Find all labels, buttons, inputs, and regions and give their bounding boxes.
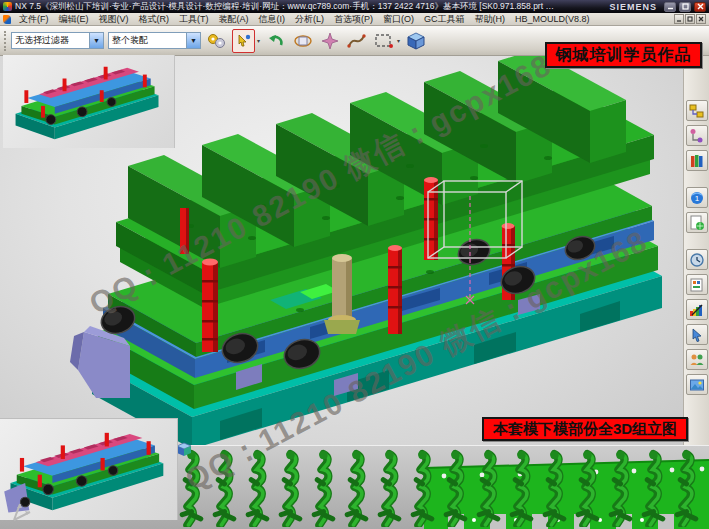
caption-banner: 本套模下模部份全3D组立图 (482, 417, 688, 441)
stamped-part (572, 449, 603, 527)
scene-gallery-button[interactable] (686, 374, 708, 395)
lower-die-thumbnail-top (3, 55, 175, 148)
spline-icon (347, 32, 366, 50)
assembly-navigator-icon (689, 103, 705, 119)
process-studio-button[interactable] (686, 274, 708, 295)
link-parts-icon (207, 32, 226, 50)
toolbar-grip[interactable] (4, 31, 7, 51)
stamped-part (275, 449, 306, 527)
spline-button[interactable] (345, 29, 368, 53)
nx-document-icon (3, 15, 11, 24)
assembly-scope-value: 整个装配 (109, 34, 186, 47)
snap-point-dropdown[interactable]: ▾ (257, 37, 260, 44)
doc-restore-button[interactable] (685, 14, 695, 24)
stamped-part (242, 449, 273, 527)
training-banner: 钢城培训学员作品 (545, 42, 702, 68)
menu-item[interactable]: 首选项(P) (329, 13, 378, 26)
orbit-view-icon (293, 32, 313, 50)
stamped-part (209, 449, 240, 527)
lower-die-view-top (3, 55, 175, 148)
quick-pick-button[interactable] (318, 29, 341, 53)
maximize-icon (682, 3, 689, 10)
menu-item[interactable]: 工具(T) (174, 13, 214, 26)
menu-item[interactable]: 帮助(H) (470, 13, 511, 26)
constraint-navigator-button[interactable] (686, 125, 708, 146)
siemens-logo: SIEMENS (609, 2, 657, 12)
nx-app-icon (3, 2, 12, 11)
menu-item[interactable]: 窗口(O) (378, 13, 419, 26)
stamped-part (671, 449, 702, 527)
menu-item[interactable]: 格式(R) (134, 13, 175, 26)
stamped-part (638, 449, 669, 527)
doc-close-button[interactable] (696, 14, 706, 24)
svg-text:1: 1 (694, 194, 699, 203)
assembly-navigator-button[interactable] (686, 100, 708, 121)
stamped-part (407, 449, 438, 527)
user-groups-icon (689, 352, 705, 368)
history-icon (689, 252, 705, 268)
menu-item[interactable]: 信息(I) (254, 13, 291, 26)
doc-minimize-icon (676, 16, 682, 22)
menu-bar: 文件(F)编辑(E)视图(V)格式(R)工具(T)装配(A)信息(I)分析(L)… (0, 13, 709, 26)
doc-minimize-button[interactable] (674, 14, 684, 24)
undo-icon (266, 32, 285, 50)
part-navigator-icon (689, 153, 705, 169)
menu-item[interactable]: 编辑(E) (54, 13, 94, 26)
rectangle-select-button[interactable] (372, 29, 395, 53)
hd3d-tool-button[interactable]: 1 (686, 187, 708, 208)
part-navigator-button[interactable] (686, 150, 708, 171)
stamped-part (341, 449, 372, 527)
roles-icon (689, 302, 705, 318)
menu-item[interactable]: 文件(F) (14, 13, 54, 26)
close-button[interactable] (694, 2, 706, 12)
touch-mode-button[interactable] (686, 324, 708, 345)
maximize-button[interactable] (679, 2, 691, 12)
menu-item[interactable]: 装配(A) (214, 13, 254, 26)
stamped-part (506, 449, 537, 527)
menu-item[interactable]: HB_MOULD(V8.8) (510, 14, 595, 24)
window-title: NX 7.5《深圳松山下培训·专业·产品设计·模具设计·数控编程·培训·网址：w… (15, 1, 606, 13)
undo-button[interactable] (264, 29, 287, 53)
menu-item[interactable]: GC工具箱 (419, 13, 470, 26)
touch-mode-icon (689, 327, 705, 343)
minimize-icon (667, 3, 674, 10)
select-dropdown[interactable]: ▾ (397, 37, 400, 44)
title-bar: NX 7.5《深圳松山下培训·专业·产品设计·模具设计·数控编程·培训·网址：w… (0, 0, 709, 13)
doc-close-icon (698, 16, 704, 22)
chevron-down-icon[interactable]: ▼ (89, 33, 103, 48)
shaded-view-icon (406, 31, 426, 51)
assembly-scope-combo[interactable]: 整个装配 ▼ (108, 32, 201, 49)
snap-point-icon (235, 32, 253, 50)
document-window-controls (674, 14, 706, 24)
menu-item[interactable]: 视图(V) (94, 13, 134, 26)
scene-gallery-icon (689, 377, 705, 393)
quick-pick-icon (321, 32, 339, 50)
orbit-view-button[interactable] (291, 29, 314, 53)
selection-filter-combo[interactable]: 无选择过滤器 ▼ (11, 32, 104, 49)
stamped-part (308, 449, 339, 527)
stamped-part (440, 449, 471, 527)
view-axis-icon (8, 498, 36, 524)
stamped-part (473, 449, 504, 527)
stamped-parts-row (176, 449, 702, 527)
selection-filter-value: 无选择过滤器 (12, 34, 89, 47)
stamped-part (374, 449, 405, 527)
menu-items: 文件(F)编辑(E)视图(V)格式(R)工具(T)装配(A)信息(I)分析(L)… (14, 13, 674, 26)
link-parts-button[interactable] (205, 29, 228, 53)
rectangle-select-icon (374, 32, 394, 50)
stamped-part (539, 449, 570, 527)
application-window: NX 7.5《深圳松山下培训·专业·产品设计·模具设计·数控编程·培训·网址：w… (0, 0, 709, 529)
process-studio-icon (689, 277, 705, 293)
roles-button[interactable] (686, 299, 708, 320)
web-browser-icon (689, 215, 705, 231)
resource-bar: 1 (683, 56, 709, 445)
history-button[interactable] (686, 249, 708, 270)
minimize-button[interactable] (664, 2, 676, 12)
hd3d-tool-icon: 1 (689, 190, 705, 206)
user-groups-button[interactable] (686, 349, 708, 370)
chevron-down-icon[interactable]: ▼ (186, 33, 200, 48)
snap-point-button[interactable] (232, 29, 255, 53)
menu-item[interactable]: 分析(L) (290, 13, 329, 26)
shaded-view-button[interactable] (404, 29, 427, 53)
web-browser-button[interactable] (686, 212, 708, 233)
